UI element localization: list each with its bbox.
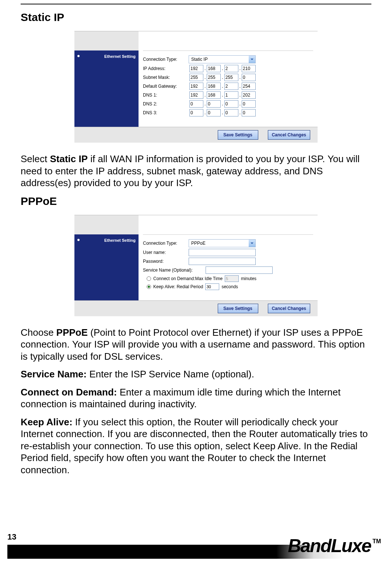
bold-text: Service Name: xyxy=(21,369,87,380)
static-ip-panel-wrap: Ethernet Setting Connection Type: Static… xyxy=(21,31,371,143)
save-button[interactable]: Save Settings xyxy=(218,130,258,140)
dot: . xyxy=(221,101,223,107)
conn-type-value: PPPoE xyxy=(191,241,206,246)
dot: . xyxy=(204,66,206,71)
cancel-button[interactable]: Cancel Changes xyxy=(268,130,310,140)
mask-octet-3[interactable] xyxy=(224,74,238,81)
conn-type-value: Static IP xyxy=(191,57,208,62)
ip-label: IP Address: xyxy=(143,66,189,71)
dns2-octet-2[interactable] xyxy=(207,100,221,108)
dot: . xyxy=(204,101,206,107)
dot: . xyxy=(204,84,206,89)
panel-left-spacer xyxy=(74,31,139,50)
service-label: Service Name (Optional): xyxy=(143,268,206,273)
text: Enter the ISP Service Name (optional). xyxy=(87,369,254,380)
dns3-octet-3[interactable] xyxy=(224,109,238,116)
conn-type-select[interactable]: PPPoE xyxy=(189,239,256,247)
static-ip-paragraph: Select Static IP if all WAN IP informati… xyxy=(21,153,371,189)
ip-octet-2[interactable] xyxy=(207,65,221,72)
gw-octet-1[interactable] xyxy=(189,83,203,90)
mask-octet-1[interactable] xyxy=(189,74,203,81)
save-button[interactable]: Save Settings xyxy=(218,304,258,313)
conn-type-label: Connection Type: xyxy=(143,57,189,62)
brand-name: BandLuxe xyxy=(288,535,371,557)
gw-label: Default Gateway: xyxy=(143,84,189,89)
conn-type-label: Connection Type: xyxy=(143,241,189,246)
ip-octet-4[interactable] xyxy=(242,65,256,72)
dot: . xyxy=(204,110,206,115)
bold-text: Connect on Demand: xyxy=(21,387,117,398)
panel-left-spacer xyxy=(74,215,139,234)
text: Select xyxy=(21,153,50,164)
service-name-input[interactable] xyxy=(206,266,273,274)
dns1-octet-3[interactable] xyxy=(224,91,238,99)
dns1-octet-4[interactable] xyxy=(242,91,256,99)
pppoe-paragraph-2: Service Name: Enter the ISP Service Name… xyxy=(21,368,371,380)
bold-text: Keep Alive: xyxy=(21,416,73,428)
dot: . xyxy=(239,110,241,115)
chevron-down-icon xyxy=(249,56,255,63)
pppoe-paragraph-3: Connect on Demand: Enter a maximum idle … xyxy=(21,386,371,410)
dot: . xyxy=(239,101,241,107)
mask-octet-4[interactable] xyxy=(242,74,256,81)
dot: . xyxy=(204,93,206,98)
panel-left-label-ethernet: Ethernet Setting xyxy=(74,50,139,127)
cancel-button[interactable]: Cancel Changes xyxy=(268,304,310,313)
bold-text: Static IP xyxy=(50,153,88,164)
connect-on-demand-radio[interactable] xyxy=(147,276,151,281)
pppoe-paragraph-4: Keep Alive: If you select this option, t… xyxy=(21,416,371,476)
dns2-octet-1[interactable] xyxy=(189,100,203,108)
gw-octet-3[interactable] xyxy=(224,83,238,90)
ethernet-setting-label: Ethernet Setting xyxy=(104,54,136,59)
dns1-octet-1[interactable] xyxy=(189,91,203,99)
top-rule xyxy=(21,4,371,4)
dot: . xyxy=(221,110,223,115)
mask-octet-2[interactable] xyxy=(207,74,221,81)
dot: . xyxy=(221,93,223,98)
dns2-label: DNS 2: xyxy=(143,101,189,107)
keep-alive-radio[interactable] xyxy=(147,285,151,289)
dot: . xyxy=(221,66,223,71)
dns3-octet-1[interactable] xyxy=(189,109,203,116)
page-footer: 13 BandLuxe TM xyxy=(7,532,381,559)
trademark-symbol: TM xyxy=(372,538,381,545)
bold-text: PPPoE xyxy=(56,327,88,338)
bullet-icon xyxy=(77,239,80,241)
password-input[interactable] xyxy=(189,258,256,265)
gw-octet-4[interactable] xyxy=(242,83,256,90)
conn-type-select[interactable]: Static IP xyxy=(189,55,256,63)
ip-octet-3[interactable] xyxy=(224,65,238,72)
ka-label: Keep Alive: Redial Period xyxy=(153,284,203,289)
dot: . xyxy=(239,75,241,80)
dot: . xyxy=(239,66,241,71)
dot: . xyxy=(221,75,223,80)
gw-octet-2[interactable] xyxy=(207,83,221,90)
dot: . xyxy=(204,75,206,80)
mask-label: Subnet Mask: xyxy=(143,75,189,80)
username-input[interactable] xyxy=(189,249,256,256)
dns2-octet-3[interactable] xyxy=(224,100,238,108)
dot: . xyxy=(239,93,241,98)
cod-label: Connect on Demand:Max Idle Time xyxy=(153,276,223,281)
pppoe-paragraph-1: Choose PPPoE (Point to Point Protocol ov… xyxy=(21,327,371,363)
cod-unit: minutes xyxy=(241,276,256,281)
brand-logo: BandLuxe TM xyxy=(288,535,381,559)
dns2-octet-4[interactable] xyxy=(242,100,256,108)
pppoe-panel: Ethernet Setting Connection Type: PPPoE xyxy=(74,215,318,316)
text: If you select this option, the Router wi… xyxy=(21,416,368,475)
pppoe-panel-wrap: Ethernet Setting Connection Type: PPPoE xyxy=(21,215,371,316)
ethernet-setting-label: Ethernet Setting xyxy=(104,238,136,243)
footer-bar: BandLuxe TM xyxy=(7,545,381,559)
dot: . xyxy=(239,84,241,89)
redial-period-input[interactable] xyxy=(205,283,219,290)
dns3-label: DNS 3: xyxy=(143,110,189,115)
dns3-octet-2[interactable] xyxy=(207,109,221,116)
dns1-octet-2[interactable] xyxy=(207,91,221,99)
pass-label: Password: xyxy=(143,259,189,264)
heading-pppoe: PPPoE xyxy=(21,195,371,207)
heading-static-ip: Static IP xyxy=(21,11,371,24)
dot: . xyxy=(221,84,223,89)
idle-time-input[interactable] xyxy=(225,275,239,282)
dns3-octet-4[interactable] xyxy=(242,109,256,116)
ip-octet-1[interactable] xyxy=(189,65,203,72)
